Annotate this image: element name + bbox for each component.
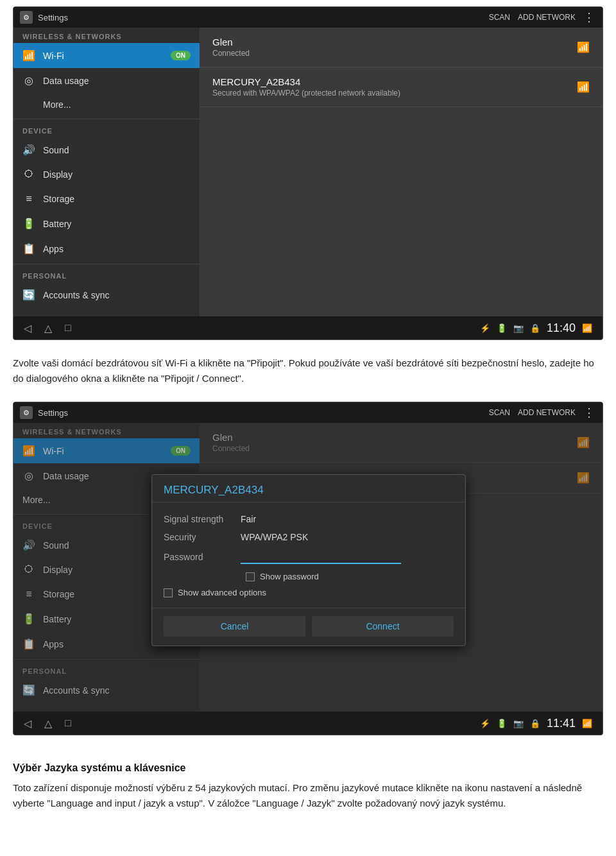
scan-button-2[interactable]: SCAN bbox=[489, 408, 510, 417]
sidebar-item-apps[interactable]: 📋 Apps bbox=[13, 236, 200, 261]
time-display-1: 11:40 bbox=[547, 321, 576, 335]
show-password-label: Show password bbox=[260, 572, 319, 581]
display-icon: 🌣 bbox=[22, 169, 35, 180]
dialog-row-security: Security WPA/WPA2 PSK bbox=[164, 528, 454, 546]
network-glen-signal: 📶 bbox=[577, 41, 590, 53]
bottom-text-section: Výběr Jazyka systému a klávesnice Toto z… bbox=[0, 742, 616, 820]
accounts-sync-label-2: Accounts & sync bbox=[43, 685, 191, 696]
wifi-status-icon-2: 📶 bbox=[582, 719, 592, 728]
wifi-toggle[interactable]: ON bbox=[171, 51, 191, 60]
storage-label: Storage bbox=[43, 194, 191, 204]
overflow-menu-1[interactable]: ⋮ bbox=[583, 10, 596, 24]
network-mercury-info: MERCURY_A2B434 Secured with WPA/WPA2 (pr… bbox=[212, 76, 400, 98]
network-glen-status-2: Connected bbox=[212, 444, 250, 453]
network-mercury-header: MERCURY_A2B434 Secured with WPA/WPA2 (pr… bbox=[212, 76, 590, 98]
sidebar-item-storage[interactable]: ≡ Storage bbox=[13, 187, 200, 211]
usb-icon-2: ⚡ bbox=[480, 719, 490, 728]
add-network-button-2[interactable]: ADD NETWORK bbox=[518, 408, 576, 417]
top-bar-right-1: SCAN ADD NETWORK ⋮ bbox=[489, 10, 596, 24]
sidebar-item-data-usage[interactable]: ◎ Data usage bbox=[13, 68, 200, 93]
camera-icon-2: 📷 bbox=[513, 719, 524, 728]
data-usage-label: Data usage bbox=[43, 76, 191, 86]
wifi-toggle-2[interactable]: ON bbox=[171, 446, 191, 456]
dialog-buttons: Cancel Connect bbox=[152, 608, 465, 646]
main-content-2: WIRELESS & NETWORKS 📶 Wi-Fi ON ◎ Data us… bbox=[13, 423, 603, 712]
network-glen-header-2: Glen Connected 📶 bbox=[212, 432, 590, 453]
recents-button-1[interactable]: □ bbox=[65, 322, 71, 334]
camera-icon-1: 📷 bbox=[513, 323, 524, 333]
overflow-menu-2[interactable]: ⋮ bbox=[583, 406, 596, 420]
show-advanced-checkbox[interactable] bbox=[164, 588, 173, 597]
nav-bar-2: ◁ △ □ bbox=[24, 717, 71, 730]
sidebar-item-location-services[interactable]: ⊙ Location services bbox=[13, 307, 200, 316]
password-input[interactable] bbox=[241, 550, 401, 564]
section-header-wireless: WIRELESS & NETWORKS bbox=[13, 28, 200, 43]
home-button-1[interactable]: △ bbox=[44, 322, 52, 334]
network-glen-header: Glen Connected 📶 bbox=[212, 37, 590, 58]
dialog-row-password: Password bbox=[164, 546, 454, 568]
sidebar-item-wifi[interactable]: 📶 Wi-Fi ON bbox=[13, 43, 200, 68]
home-button-2[interactable]: △ bbox=[44, 717, 52, 730]
main-content-1: WIRELESS & NETWORKS 📶 Wi-Fi ON ◎ Data us… bbox=[13, 28, 603, 316]
show-advanced-row: Show advanced options bbox=[164, 585, 454, 600]
show-advanced-label: Show advanced options bbox=[178, 588, 266, 597]
sidebar-item-battery[interactable]: 🔋 Battery bbox=[13, 211, 200, 236]
location-label: Location services bbox=[43, 315, 191, 317]
sidebar-item-sound[interactable]: 🔊 Sound bbox=[13, 137, 200, 162]
network-mercury-name: MERCURY_A2B434 bbox=[212, 76, 400, 87]
section-header-personal-2: PERSONAL bbox=[13, 662, 200, 678]
wifi-toggle-pill: ON bbox=[171, 51, 191, 60]
accounts-sync-icon: 🔄 bbox=[22, 289, 35, 301]
show-password-checkbox[interactable] bbox=[246, 572, 255, 581]
battery-icon: 🔋 bbox=[22, 218, 35, 230]
instruction-text-1: Zvolte vaši domácí bezdrátovou síť Wi-Fi… bbox=[13, 355, 603, 386]
network-item-glen[interactable]: Glen Connected 📶 bbox=[200, 28, 603, 67]
network-glen-info: Glen Connected bbox=[212, 37, 250, 58]
battery-icon-2: 🔋 bbox=[22, 613, 35, 625]
battery-status-icon-2: 🔋 bbox=[497, 719, 507, 728]
display-label: Display bbox=[43, 169, 191, 180]
battery-label: Battery bbox=[43, 219, 191, 229]
sound-icon: 🔊 bbox=[22, 144, 35, 156]
show-password-row: Show password bbox=[164, 568, 454, 585]
sidebar-item-location-2[interactable]: ⊙ Location services bbox=[13, 703, 200, 712]
sidebar-item-accounts-sync[interactable]: 🔄 Accounts & sync bbox=[13, 282, 200, 307]
accounts-sync-icon-2: 🔄 bbox=[22, 684, 35, 696]
nav-bar-1: ◁ △ □ bbox=[24, 322, 71, 334]
network-glen-name: Glen bbox=[212, 37, 250, 47]
back-button-1[interactable]: ◁ bbox=[24, 322, 31, 334]
apps-icon: 📋 bbox=[22, 243, 35, 255]
bottom-bar-1: ◁ △ □ ⚡ 🔋 📷 🔒 11:40 📶 bbox=[13, 316, 603, 339]
bottom-bar-2: ◁ △ □ ⚡ 🔋 📷 🔒 11:41 📶 bbox=[13, 712, 603, 735]
divider-4 bbox=[13, 659, 200, 660]
wifi-label: Wi-Fi bbox=[43, 51, 163, 61]
top-bar-2: ⚙ Settings SCAN ADD NETWORK ⋮ bbox=[13, 402, 603, 423]
sidebar-item-accounts-sync-2[interactable]: 🔄 Accounts & sync bbox=[13, 678, 200, 703]
apps-label: Apps bbox=[43, 244, 191, 254]
sidebar-item-more[interactable]: More... bbox=[13, 93, 200, 116]
scan-button-1[interactable]: SCAN bbox=[489, 13, 510, 22]
storage-icon: ≡ bbox=[22, 193, 35, 205]
battery-status-icon-1: 🔋 bbox=[497, 323, 507, 333]
sidebar-item-display[interactable]: 🌣 Display bbox=[13, 162, 200, 187]
sound-icon-2: 🔊 bbox=[22, 539, 35, 551]
display-icon-2: 🌣 bbox=[22, 564, 35, 576]
sidebar-item-wifi-2[interactable]: 📶 Wi-Fi ON bbox=[13, 438, 200, 463]
wifi-toggle-pill-2: ON bbox=[171, 446, 191, 456]
back-button-2[interactable]: ◁ bbox=[24, 717, 31, 730]
apps-icon-2: 📋 bbox=[22, 638, 35, 650]
network-item-glen-2[interactable]: Glen Connected 📶 bbox=[200, 423, 603, 463]
cancel-button[interactable]: Cancel bbox=[164, 616, 305, 637]
lock-icon-2: 🔒 bbox=[530, 719, 540, 728]
sound-label: Sound bbox=[43, 145, 191, 155]
network-item-mercury[interactable]: MERCURY_A2B434 Secured with WPA/WPA2 (pr… bbox=[200, 67, 603, 107]
recents-button-2[interactable]: □ bbox=[65, 717, 71, 730]
add-network-button-1[interactable]: ADD NETWORK bbox=[518, 13, 576, 22]
dialog-row-signal: Signal strength Fair bbox=[164, 510, 454, 528]
connect-button[interactable]: Connect bbox=[312, 616, 454, 637]
security-label: Security bbox=[164, 532, 241, 542]
data-usage-icon: ◎ bbox=[22, 74, 35, 87]
data-usage-icon-2: ◎ bbox=[22, 470, 35, 482]
wifi-status-icon-1: 📶 bbox=[582, 323, 592, 333]
wifi-icon: 📶 bbox=[22, 49, 35, 62]
